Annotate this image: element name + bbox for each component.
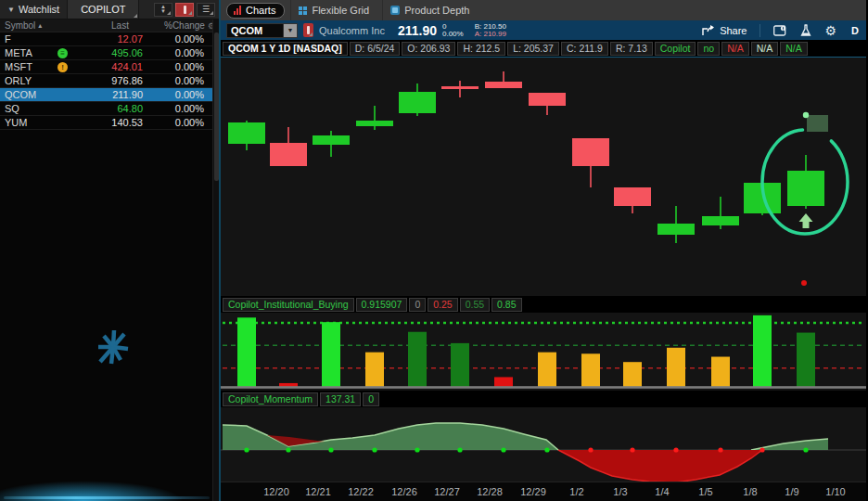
stepper-button[interactable]: ▲ ▼: [154, 3, 172, 17]
watchlist-title: Watchlist: [19, 4, 59, 15]
inst-bar-1/9: [753, 315, 772, 387]
date-tick-label: 1/2: [569, 486, 583, 497]
row-symbol: SQ: [0, 103, 57, 114]
date-tick-label: 1/5: [698, 486, 712, 497]
momentum-dot-12/21: [286, 447, 290, 452]
date-tick-label: 12/21: [305, 486, 331, 497]
buy-arrow-icon: [799, 213, 813, 228]
ohlc-cell: N/A: [780, 42, 808, 56]
note-icon: [773, 25, 787, 36]
watchlist-column-headers: Symbol ▴ Last %Change ⚙: [0, 19, 219, 32]
ohlc-cell: Copilot: [655, 42, 696, 56]
inst-bar-12/26: [365, 353, 384, 387]
indicator-param-cell: 0.25: [428, 298, 457, 312]
ohlc-readout-bar: QCOM 1 Y 1D [NASDAQ] D: 6/5/24O: 206.93H…: [221, 40, 866, 57]
inst-bar-1/4: [623, 362, 642, 387]
column-header-symbol[interactable]: Symbol ▴: [0, 20, 42, 31]
watchlist-scrollbar[interactable]: [212, 19, 219, 501]
link-icon: [184, 6, 186, 14]
ohlc-cell: O: 206.93: [402, 42, 455, 56]
chart-title-cell[interactable]: QCOM 1 Y 1D [NASDAQ]: [223, 42, 348, 56]
style-button[interactable]: D: [849, 25, 859, 36]
indicator2-name-cell[interactable]: Copilot_Momentum: [223, 392, 318, 406]
symbol-bar-actions: Share ⚙: [702, 23, 859, 38]
alert-yellow-icon: !: [57, 62, 68, 72]
watchlist-row-meta[interactable]: META≡495.060.00%: [0, 46, 219, 60]
watchlist-row-sq[interactable]: SQ64.800.00%: [0, 102, 219, 116]
thinkorswim-watermark-icon: [93, 323, 134, 375]
indicator1-value-cell: 0.915907: [356, 298, 408, 312]
symbol-input[interactable]: [226, 23, 284, 38]
ask-value: A: 210.99: [475, 31, 506, 38]
indicator1-name-cell[interactable]: Copilot_Institutional_Buying: [223, 298, 354, 312]
watchlist-row-f[interactable]: F12.070.00%: [0, 32, 219, 46]
share-button[interactable]: Share: [702, 25, 747, 36]
momentum-dot-1/8: [718, 447, 722, 452]
symbol-dropdown-button[interactable]: ▼: [284, 23, 298, 38]
row-symbol: QCOM: [0, 89, 57, 100]
link-channel-button[interactable]: [175, 3, 194, 17]
last-price: 211.90: [398, 23, 437, 38]
row-last-price: 64.80: [73, 103, 143, 114]
momentum-chart: [221, 407, 866, 482]
inst-bar-12/20: [237, 317, 256, 387]
tab-flexible-grid[interactable]: Flexible Grid: [290, 0, 377, 20]
symbol-link-button[interactable]: [303, 23, 313, 37]
momentum-dot-12/28: [457, 447, 462, 452]
tab-product-depth[interactable]: Product Depth: [382, 0, 477, 20]
date-tick-label: 1/10: [825, 486, 845, 497]
indicator2-param-cell: 0: [363, 392, 379, 406]
inst-bar-12/27: [408, 332, 427, 387]
candle-body-12/26: [356, 121, 393, 126]
momentum-panel[interactable]: [221, 407, 866, 482]
scrollbar-thumb[interactable]: [214, 32, 219, 181]
tab-charts[interactable]: Charts: [226, 3, 285, 19]
candle-body-1/5: [657, 224, 695, 235]
date-tick-label: 1/8: [743, 486, 757, 497]
institutional-buying-panel[interactable]: [221, 313, 866, 391]
list-menu-button[interactable]: ☰: [197, 3, 215, 17]
settings-button[interactable]: ⚙: [824, 23, 836, 38]
watchlist-row-qcom[interactable]: QCOM211.900.00%: [0, 88, 219, 102]
watchlist-row-msft[interactable]: MSFT!424.010.00%: [0, 60, 219, 74]
pct-change: 0.00%: [442, 31, 464, 38]
momentum-dot-12/27: [415, 447, 419, 452]
notes-button[interactable]: [773, 25, 787, 36]
analyze-button[interactable]: [800, 24, 811, 37]
indicator-param-cell: 0: [409, 298, 426, 312]
candlestick-panel[interactable]: [221, 57, 866, 296]
watchlist-header: ▼ Watchlist COPILOT ▲ ▼ ☰: [0, 0, 219, 19]
down-arrow-icon: ▼: [160, 9, 166, 14]
candles-group: [228, 71, 824, 243]
row-pct-change: 0.00%: [143, 89, 219, 100]
inst-bar-12/22: [322, 322, 340, 387]
sidebar-bottom-glow: [0, 477, 219, 501]
chart-bars-icon: [234, 6, 241, 15]
row-pct-change: 0.00%: [143, 75, 219, 86]
trading-app-window: ▼ Watchlist COPILOT ▲ ▼ ☰ Symbol ▴: [0, 0, 868, 501]
row-pct-change: 0.00%: [143, 117, 219, 128]
watchlist-row-orly[interactable]: ORLY976.860.00%: [0, 74, 219, 88]
change-stack: 0 0.00%: [442, 23, 464, 38]
link-icon: [307, 26, 310, 34]
date-tick-label: 12/28: [477, 486, 503, 497]
ohlc-cell: N/A: [721, 42, 749, 56]
date-tick-label: 12/27: [434, 486, 460, 497]
ohlc-cells: D: 6/5/24O: 206.93H: 212.5L: 205.37C: 21…: [350, 42, 810, 56]
momentum-label-row: Copilot_Momentum 137.31 0: [221, 391, 866, 407]
column-header-last[interactable]: Last: [64, 20, 129, 31]
watchlist-row-yum[interactable]: YUM140.530.00%: [0, 116, 219, 130]
watchlist-menu[interactable]: ▼ Watchlist: [0, 0, 67, 19]
column-header-change[interactable]: %Change: [129, 20, 208, 31]
indicator2-value-cell: 137.31: [320, 392, 361, 406]
row-last-price: 140.53: [73, 117, 143, 128]
date-axis: 12/2012/2112/2212/2612/2712/2812/291/21/…: [221, 482, 866, 501]
candle-body-12/22: [313, 135, 350, 145]
chart-main-area: Charts Flexible Grid Product Depth ▼ Qua…: [221, 0, 866, 501]
row-symbol: YUM: [0, 117, 57, 128]
momentum-dot-1/9: [760, 447, 764, 452]
flask-icon: [800, 24, 811, 37]
company-name: Qualcomm Inc: [319, 25, 385, 36]
watchlist-tab-copilot[interactable]: COPILOT: [67, 0, 139, 19]
momentum-dot-1/4: [630, 447, 634, 452]
